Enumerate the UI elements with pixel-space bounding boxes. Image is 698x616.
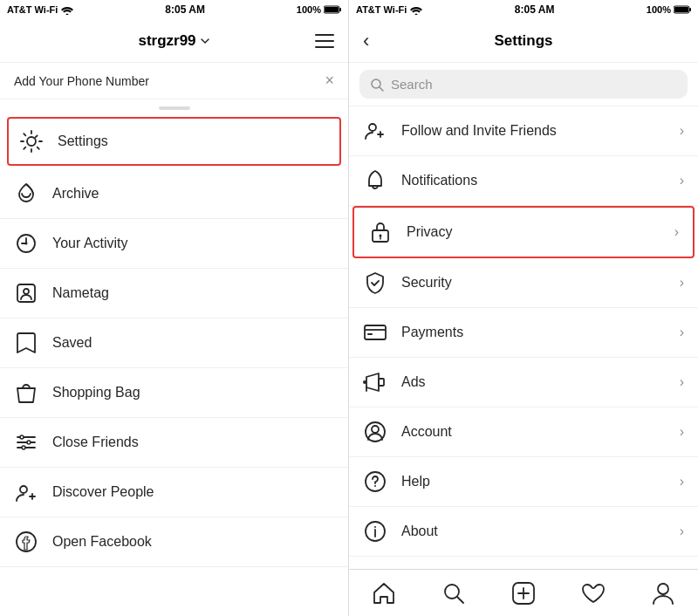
- settings-item-security[interactable]: Security ›: [349, 258, 698, 308]
- chevron-right-icon: ›: [680, 123, 684, 139]
- settings-item-privacy[interactable]: Privacy ›: [352, 206, 695, 258]
- svg-point-47: [658, 584, 668, 594]
- settings-icon: [19, 129, 44, 154]
- chevron-right-account: ›: [680, 424, 684, 440]
- right-status-bar: AT&T Wi-Fi 8:05 AM 100%: [349, 0, 698, 19]
- phone-banner-close-button[interactable]: ×: [325, 72, 334, 90]
- hamburger-icon[interactable]: [315, 34, 334, 48]
- svg-rect-22: [689, 8, 691, 11]
- battery-icon-left: [324, 5, 341, 14]
- chevron-right-about: ›: [680, 524, 684, 539]
- menu-item-close-friends[interactable]: Close Friends: [0, 418, 348, 468]
- search-placeholder: Search: [391, 77, 433, 92]
- svg-line-43: [457, 597, 463, 603]
- profile-username[interactable]: strgzr99: [138, 32, 209, 50]
- nav-profile-button[interactable]: [651, 581, 675, 606]
- right-time: 8:05 AM: [515, 3, 555, 16]
- nametag-icon: [14, 281, 38, 305]
- settings-item-help[interactable]: Help ›: [349, 457, 698, 507]
- menu-item-saved[interactable]: Saved: [0, 318, 348, 368]
- svg-rect-5: [315, 40, 334, 42]
- svg-point-7: [27, 137, 36, 146]
- settings-item-notifications[interactable]: Notifications ›: [349, 156, 698, 206]
- chevron-down-icon: [200, 36, 210, 46]
- facebook-icon: [14, 530, 38, 554]
- left-carrier: AT&T Wi-Fi: [7, 4, 73, 15]
- about-icon: [363, 519, 387, 544]
- archive-icon: [14, 181, 38, 206]
- svg-rect-6: [315, 46, 334, 48]
- svg-point-16: [27, 441, 31, 444]
- chevron-right-privacy: ›: [674, 224, 679, 240]
- svg-rect-10: [17, 284, 35, 302]
- notifications-icon: [363, 168, 387, 193]
- nav-add-button[interactable]: [511, 581, 536, 606]
- settings-item-account[interactable]: Account ›: [349, 407, 698, 457]
- menu-icon: [315, 34, 334, 48]
- svg-rect-32: [367, 333, 373, 335]
- chevron-right-payments: ›: [680, 325, 684, 340]
- svg-point-41: [374, 526, 376, 528]
- bottom-nav: [349, 569, 698, 616]
- profile-header: strgzr99: [0, 19, 348, 63]
- search-bar[interactable]: Search: [359, 70, 688, 99]
- chevron-right-ads: ›: [680, 374, 684, 390]
- svg-point-11: [24, 289, 29, 294]
- settings-list: Follow and Invite Friends › Notification…: [349, 106, 698, 569]
- activity-icon: [14, 231, 38, 256]
- nav-search-button[interactable]: [441, 581, 466, 606]
- settings-header: ‹ Settings: [349, 19, 698, 63]
- settings-title: Settings: [494, 32, 552, 50]
- right-battery: 100%: [647, 4, 691, 15]
- svg-point-26: [369, 124, 376, 131]
- svg-point-15: [20, 435, 24, 439]
- close-friends-icon: [14, 430, 38, 455]
- drawer-handle: [0, 99, 348, 113]
- security-icon: [363, 270, 387, 295]
- logins-section: Logins: [349, 557, 698, 569]
- svg-point-34: [363, 380, 366, 384]
- discover-people-icon: [14, 480, 38, 504]
- nav-heart-button[interactable]: [581, 581, 606, 606]
- svg-rect-33: [379, 379, 384, 386]
- menu-item-open-facebook[interactable]: Open Facebook: [0, 517, 348, 567]
- search-bar-container: Search: [349, 63, 698, 106]
- settings-item-about[interactable]: About ›: [349, 507, 698, 557]
- phone-banner: Add Your Phone Number ×: [0, 63, 348, 99]
- menu-item-nametag[interactable]: Nametag: [0, 269, 348, 318]
- svg-point-17: [22, 446, 25, 449]
- back-button[interactable]: ‹: [363, 30, 369, 52]
- shopping-bag-icon: [14, 380, 38, 405]
- nav-home-button[interactable]: [372, 581, 396, 606]
- left-time: 8:05 AM: [165, 3, 205, 16]
- svg-line-25: [380, 87, 383, 91]
- ads-icon: [363, 370, 387, 394]
- svg-point-0: [66, 14, 69, 16]
- svg-rect-30: [365, 325, 386, 339]
- svg-rect-3: [325, 7, 339, 12]
- menu-item-archive[interactable]: Archive: [0, 169, 348, 219]
- menu-item-your-activity[interactable]: Your Activity: [0, 219, 348, 269]
- menu-item-discover-people[interactable]: Discover People: [0, 468, 348, 517]
- svg-rect-2: [339, 8, 341, 11]
- settings-item-ads[interactable]: Ads ›: [349, 358, 698, 407]
- settings-item-payments[interactable]: Payments ›: [349, 308, 698, 358]
- right-wifi-icon: [410, 4, 422, 15]
- right-battery-icon: [674, 5, 691, 14]
- left-status-bar: AT&T Wi-Fi 8:05 AM 100%: [0, 0, 348, 19]
- svg-point-38: [374, 485, 376, 487]
- menu-item-settings[interactable]: Settings: [7, 117, 341, 166]
- chevron-right-help: ›: [680, 474, 684, 489]
- left-panel: AT&T Wi-Fi 8:05 AM 100% strgzr99: [0, 0, 349, 616]
- left-menu-list: Settings Archive: [0, 113, 348, 616]
- help-icon: [363, 469, 387, 494]
- privacy-icon: [368, 220, 393, 244]
- settings-item-follow-invite[interactable]: Follow and Invite Friends ›: [349, 106, 698, 156]
- saved-icon: [14, 331, 38, 355]
- carrier-text: AT&T Wi-Fi: [7, 4, 58, 15]
- follow-invite-icon: [363, 119, 387, 143]
- svg-point-19: [17, 532, 36, 551]
- chevron-right-security: ›: [680, 275, 684, 291]
- svg-point-18: [20, 486, 27, 493]
- menu-item-shopping-bag[interactable]: Shopping Bag: [0, 368, 348, 418]
